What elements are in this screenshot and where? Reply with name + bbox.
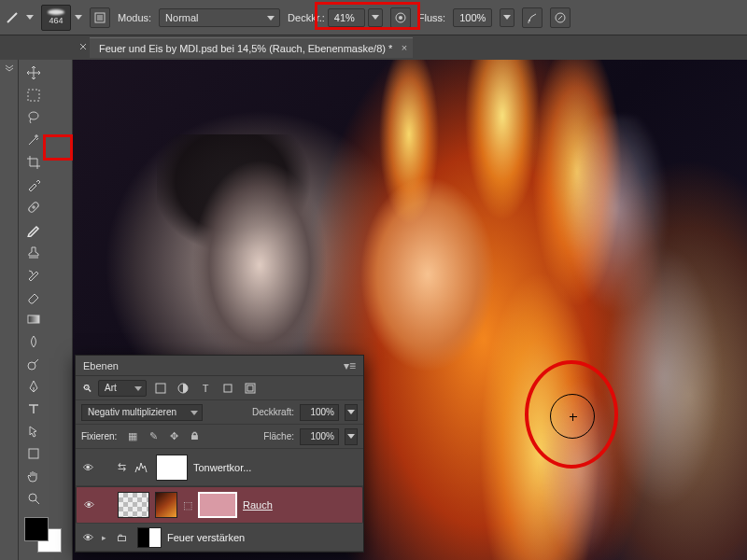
filter-adjust-icon[interactable] bbox=[175, 381, 191, 396]
document-tab-strip: Feuer und Eis by MDI.psd bei 14,5% (Rauc… bbox=[0, 35, 747, 60]
path-select-tool-icon[interactable] bbox=[21, 421, 46, 441]
type-tool-icon[interactable] bbox=[21, 399, 46, 419]
svg-point-3 bbox=[529, 20, 530, 21]
layer-opacity-label: Deckkraft: bbox=[252, 407, 294, 417]
shape-tool-icon[interactable] bbox=[21, 443, 46, 464]
stamp-tool-icon[interactable] bbox=[21, 242, 46, 262]
filter-kind-select[interactable]: Art bbox=[98, 380, 147, 397]
visibility-icon[interactable]: 👁︎ bbox=[80, 499, 97, 511]
fill-caret[interactable] bbox=[345, 428, 358, 445]
blend-row: Negativ multiplizieren Deckkraft: 100% bbox=[76, 400, 363, 425]
svg-rect-13 bbox=[156, 384, 165, 393]
flow-input[interactable]: 100% bbox=[453, 8, 492, 27]
eyedropper-tool-icon[interactable] bbox=[21, 175, 46, 195]
svg-rect-15 bbox=[224, 385, 232, 392]
levels-adj-icon bbox=[132, 461, 150, 474]
lasso-tool-icon[interactable] bbox=[21, 107, 46, 128]
layer-name[interactable]: Feuer verstärken bbox=[167, 532, 245, 543]
flow-label: Fluss: bbox=[418, 12, 445, 23]
layer-row[interactable]: 👁︎ ⬚ Rauch bbox=[76, 486, 363, 524]
svg-point-4 bbox=[528, 21, 529, 23]
filter-smart-icon[interactable] bbox=[242, 381, 259, 396]
layer-thumb[interactable] bbox=[155, 492, 177, 518]
filter-type-icon[interactable]: T bbox=[197, 381, 214, 396]
fill-input[interactable]: 100% bbox=[300, 428, 339, 445]
lock-label: Fixieren: bbox=[81, 431, 117, 441]
pen-tool-icon[interactable] bbox=[21, 376, 46, 397]
blend-mode-select[interactable]: Normal bbox=[159, 8, 280, 27]
lock-paint-icon[interactable]: ✎ bbox=[147, 430, 160, 442]
artwork-smoke bbox=[504, 116, 747, 560]
color-swatches[interactable] bbox=[22, 515, 68, 553]
filter-search-icon[interactable]: 🔍︎ bbox=[81, 383, 92, 394]
document-tab-title: Feuer und Eis by MDI.psd bei 14,5% (Rauc… bbox=[99, 43, 392, 54]
lock-row: Fixieren: ▦ ✎ ✥ 🔒︎ Fläche: 100% bbox=[76, 425, 363, 449]
layers-panel: Ebenen ▾≡ 🔍︎ Art T Negativ multipliziere… bbox=[75, 355, 364, 553]
svg-rect-17 bbox=[247, 385, 253, 391]
mask-thumb[interactable] bbox=[156, 455, 188, 481]
flow-caret[interactable] bbox=[500, 8, 514, 27]
layer-name[interactable]: Tonwertkor... bbox=[193, 462, 251, 473]
layer-row[interactable]: 👁︎ ⇆ Tonwertkor... bbox=[76, 449, 363, 486]
heal-tool-icon[interactable] bbox=[21, 197, 46, 217]
tool-preset-caret[interactable] bbox=[26, 15, 34, 20]
fill-label: Fläche: bbox=[263, 431, 294, 441]
svg-point-7 bbox=[29, 112, 38, 119]
tool-column-handle bbox=[0, 60, 19, 560]
eraser-tool-icon[interactable] bbox=[21, 287, 46, 307]
layer-filter-row: 🔍︎ Art T bbox=[76, 376, 363, 400]
svg-rect-9 bbox=[28, 315, 39, 323]
brush-size-value: 464 bbox=[49, 16, 63, 25]
foreground-color[interactable] bbox=[24, 517, 49, 541]
tool-preset-icon[interactable] bbox=[6, 11, 19, 24]
dodge-tool-icon[interactable] bbox=[21, 354, 46, 374]
blend-mode-value: Normal bbox=[165, 12, 198, 23]
brush-preset-picker[interactable]: 464 bbox=[41, 5, 82, 31]
lock-transparent-icon[interactable]: ▦ bbox=[126, 430, 139, 442]
layer-list: 👁︎ ⇆ Tonwertkor... 👁︎ ⬚ Rauch 👁︎ ▸ 🗀 Feu… bbox=[76, 449, 363, 552]
panel-menu-icon[interactable]: ▾≡ bbox=[344, 359, 356, 372]
gradient-tool-icon[interactable] bbox=[21, 309, 46, 329]
collapse-arrows-icon[interactable] bbox=[77, 41, 90, 54]
layer-opacity-caret[interactable] bbox=[345, 404, 358, 421]
layer-blendmode-select[interactable]: Negativ multiplizieren bbox=[81, 404, 203, 421]
airbrush-icon[interactable] bbox=[522, 7, 543, 28]
blur-tool-icon[interactable] bbox=[21, 331, 46, 352]
move-tool-icon[interactable] bbox=[21, 63, 46, 83]
lock-all-icon[interactable]: 🔒︎ bbox=[188, 430, 201, 442]
svg-rect-11 bbox=[29, 449, 38, 458]
folder-icon: 🗀 bbox=[117, 532, 132, 543]
layer-name[interactable]: Rauch bbox=[243, 499, 273, 511]
svg-rect-6 bbox=[28, 90, 39, 101]
svg-point-12 bbox=[29, 494, 36, 501]
lock-position-icon[interactable]: ✥ bbox=[167, 430, 180, 442]
layer-opacity-input[interactable]: 100% bbox=[300, 404, 339, 421]
filter-shape-icon[interactable] bbox=[219, 381, 236, 396]
layers-panel-title[interactable]: Ebenen bbox=[83, 360, 119, 371]
filter-pixel-icon[interactable] bbox=[152, 381, 169, 396]
annotation-brush-highlight bbox=[43, 134, 73, 161]
brush-tool-icon[interactable] bbox=[21, 219, 46, 240]
expand-icon[interactable]: ▸ bbox=[102, 533, 111, 542]
double-caret-icon[interactable] bbox=[5, 64, 14, 72]
annotation-opacity-highlight bbox=[315, 2, 420, 30]
pressure-size-icon[interactable] bbox=[550, 7, 571, 28]
marquee-tool-icon[interactable] bbox=[21, 85, 46, 105]
brush-panel-toggle-icon[interactable] bbox=[90, 7, 110, 28]
svg-point-10 bbox=[28, 362, 35, 370]
history-brush-tool-icon[interactable] bbox=[21, 264, 46, 285]
mask-thumb[interactable] bbox=[198, 492, 237, 518]
layer-row[interactable]: 👁︎ ▸ 🗀 Feuer verstärken bbox=[76, 524, 363, 552]
layer-thumb[interactable] bbox=[118, 492, 149, 518]
close-tab-icon[interactable]: × bbox=[402, 42, 407, 53]
mask-thumb[interactable] bbox=[137, 527, 162, 548]
visibility-icon[interactable]: 👁︎ bbox=[79, 462, 96, 473]
brush-cursor-icon bbox=[550, 394, 595, 439]
mode-label: Modus: bbox=[118, 12, 151, 23]
link-icon[interactable]: ⇆ bbox=[117, 461, 126, 473]
document-tab[interactable]: Feuer und Eis by MDI.psd bei 14,5% (Rauc… bbox=[90, 37, 413, 58]
hand-tool-icon[interactable] bbox=[21, 466, 46, 486]
visibility-icon[interactable]: 👁︎ bbox=[79, 532, 96, 543]
zoom-tool-icon[interactable] bbox=[21, 488, 46, 509]
link-icon[interactable]: ⬚ bbox=[183, 499, 192, 511]
